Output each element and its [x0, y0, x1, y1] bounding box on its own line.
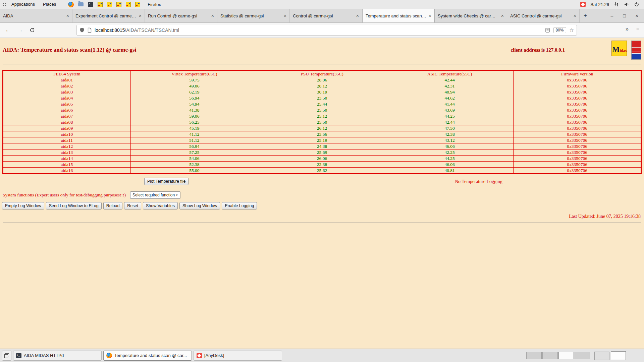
forward-button[interactable]: → — [15, 25, 25, 35]
browser-toolbar: ← → localhost:8015/AIDA/TSCAN/TSCAN.tml … — [0, 23, 644, 38]
tab-close-icon[interactable]: × — [66, 13, 69, 18]
taskbar-window-httpd[interactable]: AIDA MIDAS HTTPd — [13, 351, 102, 361]
workspace-pager — [526, 352, 590, 359]
midas-window-icon[interactable] — [107, 2, 112, 7]
app-grid-icon[interactable] — [3, 2, 7, 6]
midas-window-icon[interactable] — [126, 2, 131, 7]
midas-logo[interactable]: Midas — [611, 41, 627, 56]
table-row: aida12 56.94 24.38 46.06 0x3350706 — [3, 143, 641, 149]
tab-experiment-control[interactable]: Experiment Control @ carme-gsi × — [72, 9, 145, 22]
tab-asic-control[interactable]: ASIC Control @ carme-gsi × — [507, 9, 580, 22]
workspace-1[interactable] — [526, 352, 542, 359]
workspace-4[interactable] — [575, 352, 590, 359]
enable-logging-button[interactable]: Enable Logging — [222, 202, 257, 209]
network-arrows-icon[interactable] — [614, 2, 619, 7]
tab-close-icon[interactable]: × — [356, 13, 359, 18]
tab-close-icon[interactable]: × — [139, 13, 142, 18]
overflow-menu-icon[interactable]: » — [626, 26, 629, 32]
chevron-down-icon: ▼ — [175, 194, 178, 197]
active-window-label: Firefox — [148, 2, 161, 7]
table-body: aida01 59.75 28.06 42.44 0x3350706 aida0… — [3, 77, 641, 174]
tab-temperature-scan[interactable]: Temperature and status scan @ carme-gsi … — [362, 9, 435, 22]
url-bar[interactable]: localhost:8015/AIDA/TSCAN/TSCAN.tml 80% … — [76, 25, 577, 36]
topbar-left: Applications Places Firefox — [0, 0, 161, 9]
send-log-to-elog-button[interactable]: Send Log Window to ELog — [46, 202, 102, 209]
maximize-button[interactable]: □ — [622, 13, 627, 18]
table-row: aida03 62.19 30.19 40.94 0x3350706 — [3, 89, 641, 95]
tab-close-icon[interactable]: × — [574, 13, 576, 18]
reader-mode-icon[interactable] — [545, 27, 550, 33]
table-row: aida10 41.12 23.56 42.38 0x3350706 — [3, 131, 641, 137]
tab-statistics[interactable]: Statistics @ carme-gsi × — [217, 9, 290, 22]
plot-row: Plot Temperature file No Temperature Log… — [0, 178, 644, 186]
tab-close-icon[interactable]: × — [429, 13, 431, 18]
firefox-icon[interactable] — [68, 2, 74, 7]
topbar-status-area: Sat 21:26 — [580, 2, 644, 7]
anydesk-icon — [197, 353, 202, 358]
action-button-row: Empty Log Window Send Log Window to ELog… — [2, 202, 644, 209]
files-icon[interactable] — [78, 2, 84, 6]
power-icon[interactable] — [634, 2, 639, 7]
divider — [3, 223, 641, 223]
tab-close-icon[interactable]: × — [211, 13, 214, 18]
urlbar-right-icons: 80% ☆ — [545, 27, 574, 33]
plot-temperature-button[interactable]: Plot Temperature file — [144, 178, 189, 185]
show-log-window-button[interactable]: Show Log Window — [179, 202, 220, 209]
empty-log-window-button[interactable]: Empty Log Window — [2, 202, 44, 209]
page-content: AIDA: Temperature and status scan(1.12) … — [0, 38, 644, 349]
taskbar-tray-box[interactable] — [594, 352, 609, 360]
table-row: aida06 41.38 25.50 43.69 0x3350706 — [3, 107, 641, 113]
url-text: localhost:8015/AIDA/TSCAN/TSCAN.tml — [95, 27, 179, 33]
table-row: aida07 59.06 25.12 44.25 0x3350706 — [3, 113, 641, 119]
site-info-icon[interactable] — [87, 27, 92, 33]
close-button[interactable]: × — [634, 13, 639, 18]
back-button[interactable]: ← — [3, 25, 13, 35]
anydesk-tray-icon[interactable] — [580, 2, 586, 7]
workspace-2[interactable] — [542, 352, 558, 359]
table-row: aida16 55.00 25.62 40.81 0x3350706 — [3, 168, 641, 174]
taskbar-window-anydesk[interactable]: [AnyDesk] — [194, 351, 282, 361]
hamburger-menu-icon[interactable]: ≡ — [636, 26, 639, 32]
reload-button[interactable] — [28, 25, 37, 35]
table-row: aida11 51.12 25.19 43.12 0x3350706 — [3, 137, 641, 143]
bookmark-star-icon[interactable]: ☆ — [570, 27, 574, 33]
tab-control[interactable]: Control @ carme-gsi × — [290, 9, 362, 22]
midas-window-icon[interactable] — [98, 2, 103, 7]
table-row: aida02 49.06 28.12 42.31 0x3350706 — [3, 83, 641, 89]
function-select[interactable]: Select required function ▼ — [130, 191, 180, 199]
minimize-button[interactable]: – — [609, 13, 614, 18]
terminal-icon[interactable] — [88, 2, 93, 7]
show-desktop-button[interactable] — [2, 351, 11, 361]
clock[interactable]: Sat 21:26 — [590, 2, 609, 7]
new-tab-button[interactable]: + — [580, 9, 591, 22]
applications-menu[interactable]: Applications — [8, 0, 38, 9]
volume-icon[interactable] — [624, 2, 629, 7]
restore-windows-icon — [4, 353, 9, 358]
midas-window-icon[interactable] — [116, 2, 121, 7]
places-menu[interactable]: Places — [40, 0, 59, 9]
client-address: client address is 127.0.0.1 — [511, 47, 565, 53]
reload-page-button[interactable]: Reload — [103, 202, 123, 209]
table-header-row: FEE64 System Virtex Temperature(65C) PSU… — [3, 71, 641, 77]
taskbar: AIDA MIDAS HTTPd Temperature and status … — [0, 349, 644, 362]
tab-close-icon[interactable]: × — [501, 13, 504, 18]
window-controls: – □ × — [609, 9, 644, 22]
divider — [3, 64, 641, 64]
taskbar-active-box[interactable] — [611, 351, 626, 360]
workspace-3[interactable] — [558, 352, 574, 359]
reset-button[interactable]: Reset — [124, 202, 141, 209]
tab-system-checks[interactable]: System wide Checks @ carme-gsi × — [435, 9, 507, 22]
tab-close-icon[interactable]: × — [284, 13, 286, 18]
taskbar-window-firefox[interactable]: Temperature and status scan @ car... — [103, 351, 192, 361]
midas-window-icon[interactable] — [135, 2, 140, 7]
tracking-shield-icon[interactable] — [79, 27, 85, 33]
tab-aida[interactable]: AIDA × — [0, 9, 72, 22]
zoom-indicator[interactable]: 80% — [553, 27, 566, 33]
show-variables-button[interactable]: Show Variables — [143, 202, 178, 209]
tab-run-control[interactable]: Run Control @ carme-gsi × — [145, 9, 217, 22]
topbar-launcher-icons — [68, 2, 140, 7]
table-row: aida15 52.38 22.38 46.06 0x3350706 — [3, 162, 641, 168]
secondary-logo — [631, 41, 641, 60]
table-row: aida14 54.06 26.06 44.25 0x3350706 — [3, 156, 641, 162]
gnome-topbar: Applications Places Firefox Sat 21:26 — [0, 0, 644, 9]
